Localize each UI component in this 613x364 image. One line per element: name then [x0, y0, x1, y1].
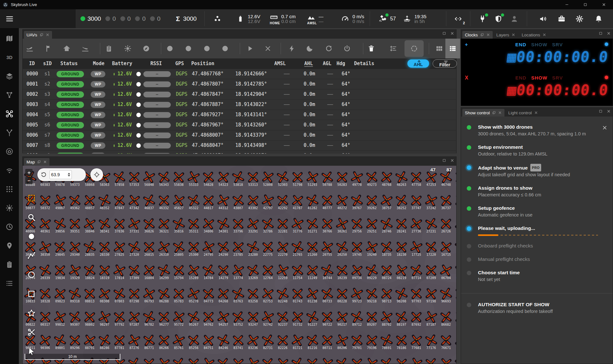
selection-mode-button[interactable]	[410, 45, 418, 52]
server-connection[interactable]	[478, 9, 487, 28]
setup-step-6[interactable]: Please wait, uploading...	[461, 222, 613, 239]
maximize-panel-icon[interactable]	[599, 31, 603, 35]
hamburger-menu-icon[interactable]	[5, 14, 14, 23]
color-3-button[interactable]	[203, 45, 211, 52]
column-header-ahl[interactable]: AHL	[304, 58, 313, 69]
rotation-input[interactable]: 63.9	[49, 170, 72, 179]
tab-show-control[interactable]: Show control	[462, 109, 504, 117]
column-header-rssi[interactable]: RSSI	[150, 58, 162, 69]
clock-label-show[interactable]: SHOW	[531, 75, 548, 80]
tab-uavs[interactable]: UAVs	[24, 31, 52, 39]
sidebar-item-locations[interactable]	[3, 239, 16, 252]
tab-layers[interactable]: Layers	[494, 31, 518, 39]
cut-tool-icon[interactable]	[27, 328, 36, 337]
setup-step-9[interactable]: Choose start timeNot set yet	[461, 266, 613, 286]
sidebar-item-3d-view[interactable]: 3D	[3, 51, 16, 64]
close-tab-icon[interactable]	[486, 33, 490, 37]
clock-label-srv[interactable]: SRV	[552, 75, 563, 80]
takeoff-button[interactable]	[26, 45, 34, 52]
tab-map[interactable]: Map	[24, 158, 49, 166]
column-header-mode[interactable]: Mode	[93, 58, 104, 69]
column-header-status[interactable]: Status	[60, 58, 78, 69]
path-tool-icon[interactable]	[27, 251, 36, 260]
sidebar-item-swarm[interactable]	[3, 183, 16, 195]
sleep-button[interactable]	[306, 45, 314, 52]
close-panel-icon[interactable]	[607, 109, 611, 113]
sidebar-item-trajectories[interactable]	[3, 126, 16, 139]
close-tab-icon[interactable]	[46, 33, 49, 37]
uav-count-slot3[interactable]: 0	[135, 15, 146, 22]
sidebar-item-checklists[interactable]	[3, 258, 16, 271]
account[interactable]	[510, 9, 518, 28]
uav-count-slot1[interactable]: 0	[105, 15, 116, 22]
sidebar-item-uavs[interactable]	[3, 107, 16, 120]
uav-count-active[interactable]: 3000	[80, 15, 101, 22]
close-tab-icon[interactable]	[498, 111, 502, 115]
sidebar-item-map[interactable]	[3, 32, 16, 45]
setup-step-4[interactable]: Assign drones to showPlacement accuracy …	[461, 181, 613, 201]
column-header-details[interactable]: Details	[354, 58, 374, 69]
color-1-button[interactable]	[166, 45, 174, 52]
distance-summary[interactable]: HOME 0.7 cm0.0 cm	[270, 9, 296, 28]
zoom-out-button[interactable]	[25, 177, 33, 184]
return-to-home-button[interactable]	[63, 45, 71, 52]
dismiss-step-icon[interactable]	[602, 125, 608, 131]
sunset-schedule[interactable]: 19:35in 5h	[403, 9, 427, 28]
safety-status[interactable]	[494, 9, 503, 28]
speed-summary[interactable]: 0 m/s0 m/s	[341, 9, 364, 28]
close-panel-icon[interactable]	[607, 31, 611, 35]
uav-row-0007[interactable]: 0007s8GROUNDWP12.6V—DGPS47.4868047°18.91…	[23, 140, 456, 151]
circle-tool-icon[interactable]	[27, 270, 36, 279]
column-header-position[interactable]: Position	[191, 58, 214, 69]
popout-icon[interactable]	[480, 33, 484, 37]
guided-mode-button[interactable]	[142, 45, 150, 52]
uav-row-0002[interactable]: 0002s3GROUNDWP12.6V—DGPS47.4867847°18.91…	[23, 89, 456, 100]
sidebar-item-clocks[interactable]	[3, 220, 16, 233]
close-button[interactable]	[594, 0, 613, 9]
setup-step-10[interactable]: AUTHORIZE START OF SHOWAuthorization req…	[461, 298, 613, 318]
datalink-status[interactable]: 2	[454, 9, 462, 28]
messages-button[interactable]	[105, 45, 113, 52]
setup-step-3[interactable]: Adapt show to venuePROAdjust takeoff gri…	[461, 161, 613, 181]
zoom-in-button[interactable]	[25, 169, 33, 176]
maximize-button[interactable]	[576, 0, 594, 9]
broadcast-button[interactable]	[539, 9, 547, 28]
close-panel-icon[interactable]	[450, 31, 454, 35]
tab-clocks[interactable]: Clocks	[462, 31, 493, 39]
clock-label-srv[interactable]: SRV	[552, 42, 563, 47]
sidebar-item-connections[interactable]	[3, 88, 16, 101]
popout-icon[interactable]	[40, 33, 43, 37]
notifications-button[interactable]	[594, 9, 603, 28]
column-header-agl[interactable]: AGL	[323, 58, 331, 69]
rectangle-tool-icon[interactable]	[27, 290, 36, 298]
list-view-button[interactable]	[449, 45, 457, 52]
close-tab-icon[interactable]	[542, 33, 546, 37]
popout-icon[interactable]	[37, 160, 41, 164]
sidebar-item-light-control[interactable]	[3, 201, 16, 214]
close-tab-icon[interactable]	[43, 160, 47, 164]
uav-row-0000[interactable]: 0000s1GROUNDWP12.6V—DGPS47.4867768°18.91…	[23, 69, 456, 79]
tab-locations[interactable]: Locations	[519, 31, 549, 39]
column-header-battery[interactable]: Battery	[112, 58, 132, 69]
arm-button[interactable]	[288, 45, 296, 52]
sidebar-item-log[interactable]	[3, 277, 16, 290]
setup-step-1[interactable]: Show with 3000 drones3000 drones, 5:04, …	[461, 120, 613, 140]
maximize-panel-icon[interactable]	[442, 158, 446, 163]
settings-button[interactable]	[575, 9, 584, 28]
flash-lights-button[interactable]	[124, 45, 132, 52]
cancel-button[interactable]	[264, 45, 272, 52]
column-header-sid[interactable]: sID	[43, 58, 52, 69]
battery-summary[interactable]: 12.6V12.6V	[236, 9, 260, 28]
color-4-button[interactable]	[221, 45, 229, 52]
setup-step-7[interactable]: Onboard preflight checks	[461, 239, 613, 253]
flag-button[interactable]	[45, 45, 52, 52]
swarm-status[interactable]	[213, 9, 222, 28]
setup-step-2[interactable]: Setup environmentOutdoor, relative to 12…	[461, 140, 613, 161]
column-header-amsl[interactable]: AMSL	[274, 58, 286, 69]
maximize-panel-icon[interactable]	[599, 109, 603, 113]
filter-button[interactable]: Filter	[433, 59, 457, 68]
uav-row-0005[interactable]: 0005s6GROUNDWP12.6V—DGPS47.4867967°18.91…	[23, 120, 456, 130]
reboot-button[interactable]	[325, 45, 333, 52]
uav-count-slot2[interactable]: 0	[120, 15, 131, 22]
sidebar-item-rtk-status[interactable]	[3, 164, 16, 177]
